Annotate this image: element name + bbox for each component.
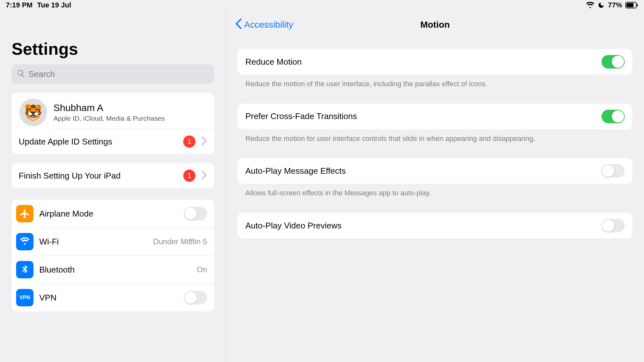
battery-percent: 77% [608,1,622,9]
vpn-icon: VPN [16,289,33,306]
chevron-left-icon [235,18,242,32]
autoplay-message-switch[interactable] [601,164,625,178]
wifi-icon [16,233,33,250]
account-name: Shubham A [53,102,165,113]
network-card: Airplane Mode Wi-Fi Dunder Mifflin 5 [12,200,214,311]
update-apple-id-row[interactable]: Update Apple ID Settings 1 [12,129,214,154]
airplane-mode-label: Airplane Mode [39,209,178,219]
vpn-row[interactable]: VPN VPN [12,284,214,311]
vpn-label: VPN [39,293,178,303]
autoplay-message-footer: Allows full-screen effects in the Messag… [238,184,632,198]
detail-title: Motion [420,20,450,30]
autoplay-message-label: Auto-Play Message Effects [245,166,601,176]
battery-icon [625,2,638,8]
bluetooth-icon [16,261,33,278]
reduce-motion-footer: Reduce the motion of the user interface,… [238,75,632,89]
wifi-value: Dunder Mifflin 5 [153,237,207,246]
search-field[interactable] [28,69,209,79]
search-input[interactable] [12,64,214,84]
status-bar: 7:19 PM Tue 19 Jul 77% [0,0,644,10]
autoplay-video-row[interactable]: Auto-Play Video Previews [238,213,632,238]
reduce-motion-row[interactable]: Reduce Motion [238,49,632,75]
svg-rect-1 [627,3,634,7]
chevron-right-icon [201,136,207,147]
cross-fade-label: Prefer Cross-Fade Transitions [245,111,601,121]
cross-fade-switch[interactable] [601,110,625,123]
notification-badge: 1 [183,170,195,182]
cross-fade-row[interactable]: Prefer Cross-Fade Transitions [238,104,632,129]
airplane-mode-row[interactable]: Airplane Mode [12,200,214,227]
svg-rect-2 [637,4,638,6]
back-label: Accessibility [244,20,293,30]
reduce-motion-label: Reduce Motion [245,57,601,67]
do-not-disturb-icon [598,2,605,9]
finish-setup-label: Finish Setting Up Your iPad [19,171,177,181]
detail-pane: Accessibility Motion Reduce Motion Reduc… [226,10,644,362]
status-date: Tue 19 Jul [37,1,71,9]
page-title: Settings [12,39,214,59]
autoplay-video-switch[interactable] [601,219,625,232]
sidebar: Settings 🐯 Shubham A Apple ID, iCloud, M… [0,10,226,362]
bluetooth-row[interactable]: Bluetooth On [12,256,214,283]
account-row[interactable]: 🐯 Shubham A Apple ID, iCloud, Media & Pu… [12,93,214,129]
update-apple-id-label: Update Apple ID Settings [19,137,177,147]
back-button[interactable]: Accessibility [235,18,293,32]
notification-badge: 1 [183,135,195,148]
finish-setup-row[interactable]: Finish Setting Up Your iPad 1 [12,163,214,188]
search-icon [17,69,25,79]
wifi-row[interactable]: Wi-Fi Dunder Mifflin 5 [12,228,214,255]
autoplay-message-row[interactable]: Auto-Play Message Effects [238,158,632,184]
bluetooth-value: On [197,265,207,274]
finish-setup-card: Finish Setting Up Your iPad 1 [12,163,214,188]
cross-fade-footer: Reduce the motion for user interface con… [238,129,632,144]
autoplay-video-label: Auto-Play Video Previews [245,221,601,231]
vpn-switch[interactable] [184,291,207,304]
avatar: 🐯 [19,98,47,126]
bluetooth-label: Bluetooth [39,265,191,275]
airplane-icon [16,205,33,222]
nav-bar: Accessibility Motion [226,10,644,39]
wifi-icon [586,2,594,8]
account-card: 🐯 Shubham A Apple ID, iCloud, Media & Pu… [12,93,214,154]
wifi-label: Wi-Fi [39,237,147,247]
airplane-mode-switch[interactable] [184,207,207,220]
status-time: 7:19 PM [6,1,33,9]
chevron-right-icon [201,171,207,181]
account-subtitle: Apple ID, iCloud, Media & Purchases [53,115,165,122]
reduce-motion-switch[interactable] [601,55,625,69]
